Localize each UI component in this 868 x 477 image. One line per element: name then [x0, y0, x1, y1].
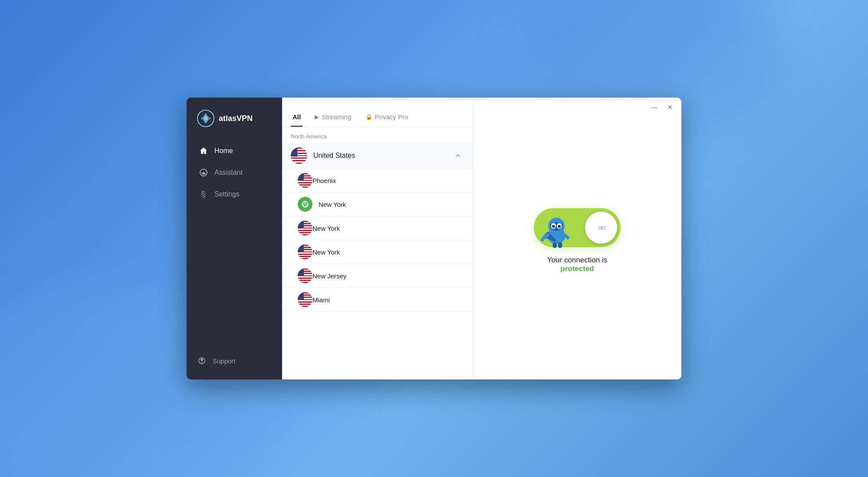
phoenix-flag — [298, 173, 312, 188]
tab-bar: All ▶ Streaming 🔒 Privacy Pro — [282, 102, 473, 127]
home-label: Home — [214, 147, 233, 155]
atlasvpn-logo-icon — [197, 110, 214, 127]
support-icon — [197, 356, 207, 366]
city-row-new-york-1[interactable]: New York — [282, 193, 473, 216]
city-row-new-jersey[interactable]: New Jersey — [282, 264, 473, 288]
sidebar: atlasVPN Home Assis — [187, 98, 282, 379]
toggle-knob: «« — [585, 212, 617, 244]
svg-rect-11 — [553, 242, 557, 248]
privacy-pro-icon: 🔒 — [365, 114, 372, 120]
region-label: North America — [291, 133, 326, 140]
country-row-us[interactable]: United States — [282, 143, 473, 169]
city-name-new-york-2: New York — [312, 225, 464, 232]
city-name-new-york-1: New York — [319, 201, 464, 208]
connection-status-line2: protected — [547, 265, 607, 273]
new-york-2-flag — [298, 221, 312, 235]
vpn-toggle-container: «« Your connection is protected — [534, 208, 621, 273]
assistant-label: Assistant — [214, 169, 243, 176]
city-row-new-york-2[interactable]: New York — [282, 216, 473, 240]
settings-label: Settings — [214, 190, 240, 198]
sidebar-item-support[interactable]: Support — [187, 347, 282, 379]
city-name-phoenix: Phoenix — [312, 177, 464, 184]
svg-rect-12 — [558, 242, 562, 248]
new-jersey-flag — [298, 268, 312, 283]
server-list: North America United States — [282, 127, 473, 379]
city-row-miami[interactable]: Miami — [282, 288, 473, 312]
right-panel: «« Your connection is protected — [473, 102, 681, 379]
sidebar-item-home[interactable]: Home — [192, 141, 277, 161]
city-row-phoenix[interactable]: Phoenix — [282, 169, 473, 193]
svg-point-9 — [552, 225, 555, 228]
region-header: North America — [282, 127, 473, 143]
window-controls: — ✕ — [648, 101, 676, 113]
sidebar-item-settings[interactable]: Settings — [192, 184, 277, 204]
settings-icon — [199, 189, 208, 199]
svg-point-10 — [558, 225, 561, 228]
city-name-new-york-3: New York — [312, 248, 464, 256]
tab-privacy-pro-label: Privacy Pro — [375, 113, 408, 121]
app-name-label: atlasVPN — [219, 114, 253, 123]
vpn-mascot — [538, 211, 575, 248]
new-york-1-connected-icon — [298, 197, 312, 212]
chevrons-left-icon: «« — [598, 222, 605, 233]
new-york-3-flag — [298, 245, 312, 259]
vpn-toggle[interactable]: «« — [534, 208, 621, 247]
tab-all[interactable]: All — [291, 109, 302, 127]
sidebar-item-assistant[interactable]: Assistant — [192, 163, 277, 183]
connection-status: Your connection is protected — [547, 256, 607, 273]
city-name-new-jersey: New Jersey — [312, 272, 464, 280]
svg-point-3 — [201, 363, 202, 363]
server-panel: All ▶ Streaming 🔒 Privacy Pro Nor — [282, 102, 473, 379]
assistant-icon — [199, 168, 208, 177]
streaming-icon: ▶ — [315, 114, 319, 120]
tab-all-label: All — [293, 113, 301, 121]
city-row-new-york-3[interactable]: New York — [282, 240, 473, 264]
support-label: Support — [213, 357, 236, 365]
us-flag-country — [291, 147, 307, 164]
main-content: — ✕ All ▶ Streaming 🔒 — [282, 98, 681, 379]
minimize-button[interactable]: — — [648, 101, 661, 113]
connection-status-line1: Your connection is — [547, 256, 607, 265]
sidebar-nav: Home Assistant — [187, 141, 282, 347]
content-area: All ▶ Streaming 🔒 Privacy Pro Nor — [282, 98, 681, 379]
tab-streaming[interactable]: ▶ Streaming — [313, 109, 353, 127]
svg-point-1 — [204, 117, 207, 120]
city-name-miami: Miami — [312, 296, 464, 304]
tab-privacy-pro[interactable]: 🔒 Privacy Pro — [364, 109, 410, 127]
tab-streaming-label: Streaming — [322, 113, 351, 121]
miami-flag — [298, 292, 312, 307]
close-button[interactable]: ✕ — [664, 101, 676, 113]
app-window: atlasVPN Home Assis — [187, 98, 681, 379]
country-expand-chevron[interactable] — [452, 150, 464, 162]
country-name-us: United States — [313, 152, 452, 160]
home-icon — [199, 146, 208, 156]
app-logo: atlasVPN — [187, 98, 282, 141]
